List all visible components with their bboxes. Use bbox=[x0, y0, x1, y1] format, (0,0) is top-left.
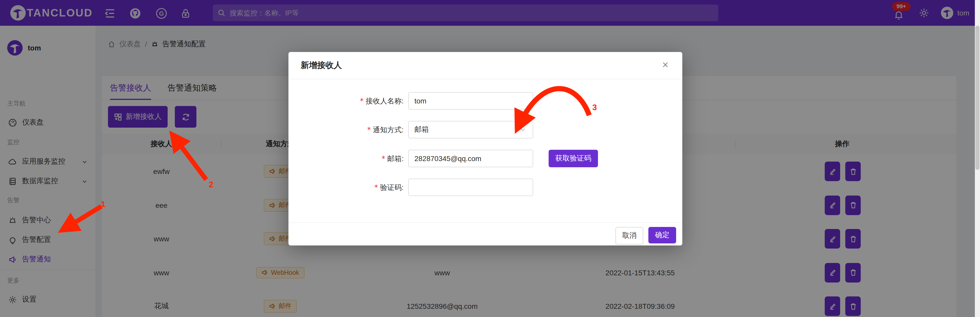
modal-footer-divider bbox=[288, 222, 682, 223]
get-code-button[interactable]: 获取验证码 bbox=[549, 150, 598, 167]
close-icon[interactable]: × bbox=[658, 52, 673, 79]
email-input[interactable] bbox=[408, 150, 533, 167]
required-mark: * bbox=[367, 126, 371, 134]
screenshot-stage: TANCLOUD G 99+ tom tom 主导航 仪表盘 监控 应 bbox=[0, 0, 980, 317]
method-label: *通知方式: bbox=[367, 121, 404, 139]
name-label: *接收人名称: bbox=[360, 92, 404, 110]
select-chevron-down-icon bbox=[520, 127, 526, 133]
modal-header-divider bbox=[288, 79, 682, 79]
receiver-name-input[interactable] bbox=[408, 92, 533, 110]
modal-title: 新增接收人 bbox=[301, 52, 342, 79]
form-row-method: *通知方式: 邮箱 bbox=[288, 121, 682, 139]
form-row-email: *邮箱: 获取验证码 bbox=[288, 150, 682, 167]
ok-button[interactable]: 确定 bbox=[648, 227, 676, 244]
required-mark: * bbox=[374, 183, 378, 191]
required-mark: * bbox=[382, 155, 385, 162]
method-select[interactable]: 邮箱 bbox=[408, 121, 533, 139]
required-mark: * bbox=[360, 97, 364, 105]
code-label: *验证码: bbox=[374, 178, 404, 196]
form-row-code: *验证码: bbox=[288, 178, 682, 196]
scrollbar-thumb[interactable] bbox=[975, 26, 980, 170]
add-receiver-modal: 新增接收人 × *接收人名称: *通知方式: 邮箱 *邮箱: 获取验证码 *验证… bbox=[288, 52, 682, 245]
cancel-button[interactable]: 取消 bbox=[616, 227, 643, 244]
email-label: *邮箱: bbox=[382, 150, 404, 167]
form-row-name: *接收人名称: bbox=[288, 92, 682, 110]
code-input[interactable] bbox=[408, 178, 533, 196]
